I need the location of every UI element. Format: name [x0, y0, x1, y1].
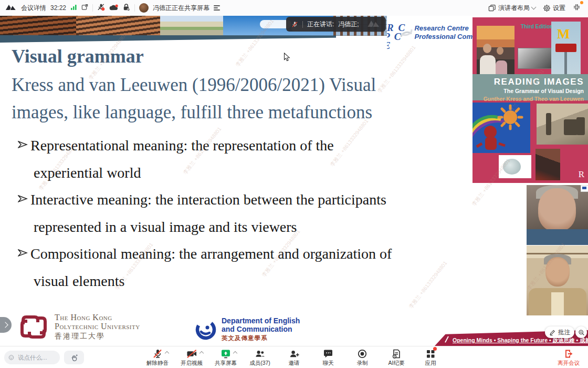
building-photo [76, 16, 160, 36]
chevron-right-icon [2, 322, 8, 328]
layout-icon [488, 4, 496, 12]
meeting-topbar: 会议详情 32:22 冯德正正在共享屏幕 [0, 0, 588, 16]
speaking-toast: 正在讲话:冯德正; [286, 17, 386, 32]
polyu-logo-block: The Hong Kong Polytechnic University 香港理… [19, 313, 140, 341]
security-lock-icon[interactable] [122, 3, 130, 13]
invite-icon [289, 349, 300, 359]
golden-arches-icon: M [557, 29, 570, 39]
invite-button[interactable]: 邀请 [281, 348, 307, 367]
members-label: 成员(37) [249, 360, 270, 367]
dept-logo-block: Department of English and Communication … [195, 316, 300, 342]
layout-button-label: 演讲者布局 [498, 4, 530, 13]
slide-title: Visual grammar [12, 45, 144, 67]
magnifier-plus-icon [578, 329, 585, 336]
apps-label: 应用 [425, 360, 436, 367]
invite-label: 邀请 [289, 360, 300, 367]
book-title: READING IMAGES [472, 77, 584, 87]
annotate-label: 批注 [558, 329, 570, 336]
topbar-left-cluster: 会议详情 32:22 冯德正正在共享屏幕 [0, 3, 220, 13]
ai-minutes-label: AI纪要 [388, 360, 405, 367]
sharing-status-text: 冯德正正在共享屏幕 [153, 4, 209, 13]
meeting-timer: 32:22 [50, 4, 66, 12]
reading-images-book-cover: Third Edition M READING IMAGES The Gramm… [472, 17, 588, 183]
toolbar-center-cluster: 解除静音 开启视频 共享屏幕 成员(37) 邀请 聊天 [145, 348, 443, 367]
apps-notification-dot [433, 347, 437, 351]
slide-fragment [581, 185, 588, 192]
pen-icon [549, 329, 556, 336]
start-video-button[interactable]: 开启视频 [179, 348, 204, 367]
cloud-recording-status-icon[interactable] [109, 4, 118, 13]
gear-icon [543, 4, 551, 12]
watermark-text: 李雅兰 +8613332948801 [376, 44, 417, 95]
book-photo-diagram [499, 155, 531, 178]
rcpce-swoosh-icon [400, 25, 413, 41]
side-panel-expand-tab[interactable] [0, 317, 12, 333]
mic-muted-status-icon[interactable] [97, 3, 105, 13]
raise-hand-icon [70, 354, 78, 362]
watermark-text: 李雅兰 +8613332948801 [407, 260, 449, 310]
record-button[interactable]: 录制 [350, 348, 375, 367]
layout-button[interactable]: 演讲者布局 [488, 4, 536, 13]
banner-slash-mark [445, 336, 448, 342]
settings-button[interactable]: 设置 [543, 4, 565, 13]
members-button[interactable]: 成员(37) [247, 348, 272, 367]
network-signal-icon [70, 4, 77, 12]
chat-icon [323, 349, 333, 359]
ai-minutes-icon [391, 349, 402, 359]
sharing-list-icon[interactable] [214, 5, 220, 11]
meeting-toolbar: 解除静音 开启视频 共享屏幕 成员(37) 邀请 聊天 [0, 346, 588, 368]
mcdonalds-sign [555, 44, 576, 52]
video-options-chevron[interactable] [199, 351, 203, 355]
mic-options-chevron[interactable] [165, 351, 169, 355]
camera-slash-icon [186, 349, 197, 359]
apps-button[interactable]: 应用 [418, 348, 443, 367]
open-external-icon[interactable] [81, 4, 88, 12]
ai-minutes-button[interactable]: AI纪要 [384, 348, 409, 367]
book-authors: Gunther Kress and Theo van Leeuwen [472, 96, 584, 102]
topbar-divider [92, 4, 93, 12]
record-icon [357, 349, 368, 359]
shared-screen-stage: R C P C E Research Centre Professional C… [0, 16, 588, 346]
share-screen-button[interactable]: 共享屏幕 [213, 348, 238, 367]
presenter-avatar [139, 3, 149, 13]
chat-text-field[interactable] [17, 354, 56, 361]
slide-subtitle: Kress and van Leeuwen (1996/2006/2021) V… [12, 71, 376, 126]
banner-text: Opening Minds • Shaping the Future • 啟迪思… [453, 337, 588, 344]
unmute-button[interactable]: 解除静音 [145, 348, 170, 367]
watermark-logo-icon [367, 19, 381, 30]
book-photo-child-drawing [472, 103, 530, 153]
annotate-button[interactable]: 批注 [545, 326, 574, 338]
book-subtitle: The Grammar of Visual Design [472, 88, 584, 94]
members-icon [255, 349, 266, 359]
meeting-details-button[interactable]: 会议详情 [21, 4, 46, 13]
author-portrait-kress [527, 185, 588, 245]
bullet-compositional: Compositional meaning: the arrangement a… [18, 240, 392, 294]
book-photo-dining [536, 149, 560, 180]
raise-hand-button[interactable] [64, 351, 84, 364]
slide-header-ribbon [0, 35, 336, 43]
emoji-icon[interactable] [8, 354, 14, 361]
chat-button[interactable]: 聊天 [316, 348, 341, 367]
zoom-in-button[interactable] [575, 326, 587, 338]
record-label: 录制 [357, 360, 368, 367]
routledge-logo: R [579, 169, 584, 180]
share-screen-icon [220, 349, 231, 359]
leave-meeting-button[interactable]: 离开会议 [558, 348, 580, 367]
mic-slash-icon [152, 349, 163, 359]
author-portrait-van-leeuwen [527, 246, 588, 315]
unmute-label: 解除静音 [146, 360, 169, 367]
chevron-down-icon [531, 5, 537, 10]
book-photo-soldiers [537, 104, 588, 145]
building-photo [160, 16, 223, 36]
notification-dot [580, 1, 583, 4]
dept-name: Department of English and Communication … [222, 316, 300, 342]
exit-fullscreen-button[interactable] [573, 3, 581, 13]
chat-label: 聊天 [323, 360, 334, 367]
book-title-band: READING IMAGES The Grammar of Visual Des… [472, 74, 588, 100]
share-options-chevron[interactable] [233, 351, 237, 355]
polyu-name: The Hong Kong Polytechnic University 香港理… [55, 313, 140, 341]
mouse-cursor [284, 53, 291, 64]
leave-meeting-label: 离开会议 [558, 360, 580, 367]
quick-chat-input[interactable] [4, 351, 60, 364]
mic-muted-icon [291, 21, 298, 28]
